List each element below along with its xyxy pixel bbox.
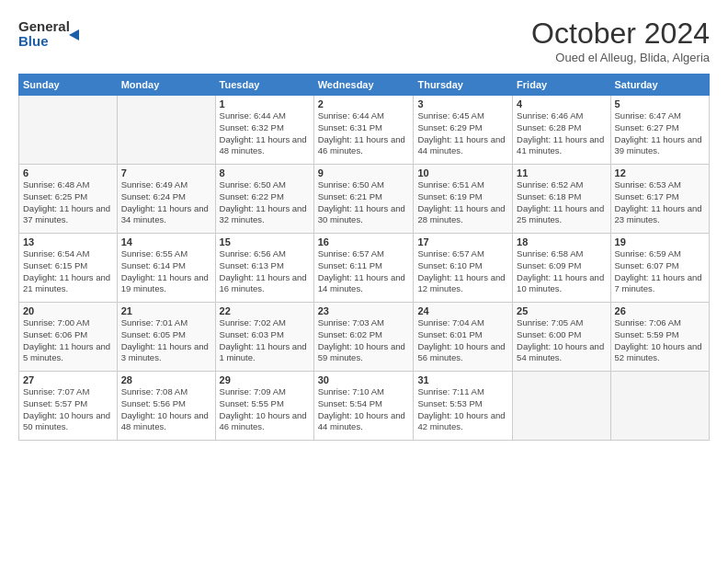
day-info: Sunrise: 7:00 AM Sunset: 6:06 PM Dayligh… [23,317,113,364]
day-info: Sunrise: 7:07 AM Sunset: 5:57 PM Dayligh… [23,386,113,433]
calendar-cell: 20Sunrise: 7:00 AM Sunset: 6:06 PM Dayli… [19,303,118,372]
col-sunday: Sunday [19,75,118,96]
title-block: October 2024 Oued el Alleug, Blida, Alge… [531,17,710,64]
day-info: Sunrise: 6:44 AM Sunset: 6:32 PM Dayligh… [220,110,310,157]
day-info: Sunrise: 6:57 AM Sunset: 6:10 PM Dayligh… [417,248,508,295]
calendar-cell: 27Sunrise: 7:07 AM Sunset: 5:57 PM Dayli… [19,372,118,441]
day-number: 13 [23,236,113,247]
day-number: 10 [417,167,508,178]
day-number: 18 [517,236,606,247]
day-info: Sunrise: 6:47 AM Sunset: 6:27 PM Dayligh… [615,110,705,157]
day-info: Sunrise: 6:58 AM Sunset: 6:09 PM Dayligh… [517,248,606,295]
day-number: 8 [220,167,310,178]
calendar-cell: 10Sunrise: 6:51 AM Sunset: 6:19 PM Dayli… [414,165,513,234]
day-info: Sunrise: 6:55 AM Sunset: 6:14 PM Dayligh… [121,248,211,295]
calendar-cell: 9Sunrise: 6:50 AM Sunset: 6:21 PM Daylig… [313,165,414,234]
calendar-cell: 6Sunrise: 6:48 AM Sunset: 6:25 PM Daylig… [19,165,118,234]
day-info: Sunrise: 6:54 AM Sunset: 6:15 PM Dayligh… [23,248,113,295]
calendar-cell: 14Sunrise: 6:55 AM Sunset: 6:14 PM Dayli… [117,234,215,303]
day-info: Sunrise: 7:05 AM Sunset: 6:00 PM Dayligh… [517,317,606,364]
day-number: 1 [220,98,310,109]
calendar-cell [610,372,709,441]
calendar-cell: 17Sunrise: 6:57 AM Sunset: 6:10 PM Dayli… [414,234,513,303]
day-info: Sunrise: 7:11 AM Sunset: 5:53 PM Dayligh… [417,386,508,433]
day-info: Sunrise: 6:50 AM Sunset: 6:22 PM Dayligh… [220,179,310,226]
calendar-cell: 3Sunrise: 6:45 AM Sunset: 6:29 PM Daylig… [414,96,513,165]
calendar-cell: 19Sunrise: 6:59 AM Sunset: 6:07 PM Dayli… [610,234,709,303]
day-info: Sunrise: 6:44 AM Sunset: 6:31 PM Dayligh… [318,110,410,157]
day-info: Sunrise: 6:45 AM Sunset: 6:29 PM Dayligh… [417,110,508,157]
calendar-cell: 7Sunrise: 6:49 AM Sunset: 6:24 PM Daylig… [117,165,215,234]
day-number: 20 [23,305,113,316]
calendar-cell: 2Sunrise: 6:44 AM Sunset: 6:31 PM Daylig… [313,96,414,165]
svg-marker-2 [69,29,79,40]
calendar-cell [513,372,610,441]
day-number: 22 [220,305,310,316]
calendar-week-5: 27Sunrise: 7:07 AM Sunset: 5:57 PM Dayli… [19,372,710,441]
day-info: Sunrise: 7:04 AM Sunset: 6:01 PM Dayligh… [417,317,508,364]
day-number: 24 [417,305,508,316]
day-info: Sunrise: 7:10 AM Sunset: 5:54 PM Dayligh… [318,386,410,433]
calendar-header-row: Sunday Monday Tuesday Wednesday Thursday… [19,75,710,96]
day-number: 26 [615,305,705,316]
svg-text:General: General [18,18,70,34]
calendar-cell: 18Sunrise: 6:58 AM Sunset: 6:09 PM Dayli… [513,234,610,303]
day-info: Sunrise: 7:06 AM Sunset: 5:59 PM Dayligh… [615,317,705,364]
day-info: Sunrise: 6:56 AM Sunset: 6:13 PM Dayligh… [220,248,310,295]
col-wednesday: Wednesday [313,75,414,96]
day-info: Sunrise: 6:57 AM Sunset: 6:11 PM Dayligh… [318,248,410,295]
calendar-cell: 12Sunrise: 6:53 AM Sunset: 6:17 PM Dayli… [610,165,709,234]
calendar-cell [19,96,118,165]
day-info: Sunrise: 6:59 AM Sunset: 6:07 PM Dayligh… [615,248,705,295]
day-number: 29 [220,374,310,385]
day-info: Sunrise: 7:09 AM Sunset: 5:55 PM Dayligh… [220,386,310,433]
day-info: Sunrise: 6:48 AM Sunset: 6:25 PM Dayligh… [23,179,113,226]
calendar-cell: 16Sunrise: 6:57 AM Sunset: 6:11 PM Dayli… [313,234,414,303]
day-number: 6 [23,167,113,178]
day-info: Sunrise: 6:46 AM Sunset: 6:28 PM Dayligh… [517,110,606,157]
col-saturday: Saturday [610,75,709,96]
calendar-week-1: 1Sunrise: 6:44 AM Sunset: 6:32 PM Daylig… [19,96,710,165]
col-monday: Monday [117,75,215,96]
calendar-week-3: 13Sunrise: 6:54 AM Sunset: 6:15 PM Dayli… [19,234,710,303]
day-info: Sunrise: 7:03 AM Sunset: 6:02 PM Dayligh… [318,317,410,364]
day-number: 2 [318,98,410,109]
page: GeneralBlue October 2024 Oued el Alleug,… [0,0,728,563]
day-info: Sunrise: 7:01 AM Sunset: 6:05 PM Dayligh… [121,317,211,364]
day-number: 17 [417,236,508,247]
calendar-cell: 11Sunrise: 6:52 AM Sunset: 6:18 PM Dayli… [513,165,610,234]
day-number: 11 [517,167,606,178]
calendar-cell: 13Sunrise: 6:54 AM Sunset: 6:15 PM Dayli… [19,234,118,303]
calendar-cell: 30Sunrise: 7:10 AM Sunset: 5:54 PM Dayli… [313,372,414,441]
calendar-cell: 22Sunrise: 7:02 AM Sunset: 6:03 PM Dayli… [215,303,313,372]
calendar-cell: 21Sunrise: 7:01 AM Sunset: 6:05 PM Dayli… [117,303,215,372]
calendar-cell: 4Sunrise: 6:46 AM Sunset: 6:28 PM Daylig… [513,96,610,165]
calendar-week-4: 20Sunrise: 7:00 AM Sunset: 6:06 PM Dayli… [19,303,710,372]
day-number: 16 [318,236,410,247]
location: Oued el Alleug, Blida, Algeria [531,51,710,64]
calendar-cell: 29Sunrise: 7:09 AM Sunset: 5:55 PM Dayli… [215,372,313,441]
day-info: Sunrise: 7:02 AM Sunset: 6:03 PM Dayligh… [220,317,310,364]
calendar-cell: 8Sunrise: 6:50 AM Sunset: 6:22 PM Daylig… [215,165,313,234]
calendar-cell: 23Sunrise: 7:03 AM Sunset: 6:02 PM Dayli… [313,303,414,372]
day-number: 7 [121,167,211,178]
calendar-cell: 28Sunrise: 7:08 AM Sunset: 5:56 PM Dayli… [117,372,215,441]
col-thursday: Thursday [414,75,513,96]
day-number: 27 [23,374,113,385]
calendar-cell: 15Sunrise: 6:56 AM Sunset: 6:13 PM Dayli… [215,234,313,303]
day-number: 5 [615,98,705,109]
day-info: Sunrise: 6:50 AM Sunset: 6:21 PM Dayligh… [318,179,410,226]
month-title: October 2024 [531,17,710,51]
day-number: 19 [615,236,705,247]
day-number: 21 [121,305,211,316]
day-info: Sunrise: 6:49 AM Sunset: 6:24 PM Dayligh… [121,179,211,226]
header: GeneralBlue October 2024 Oued el Alleug,… [18,17,710,64]
day-number: 25 [517,305,606,316]
day-number: 14 [121,236,211,247]
day-number: 9 [318,167,410,178]
calendar-cell: 31Sunrise: 7:11 AM Sunset: 5:53 PM Dayli… [414,372,513,441]
calendar-week-2: 6Sunrise: 6:48 AM Sunset: 6:25 PM Daylig… [19,165,710,234]
svg-text:Blue: Blue [18,33,49,49]
calendar: Sunday Monday Tuesday Wednesday Thursday… [18,74,710,441]
day-number: 30 [318,374,410,385]
